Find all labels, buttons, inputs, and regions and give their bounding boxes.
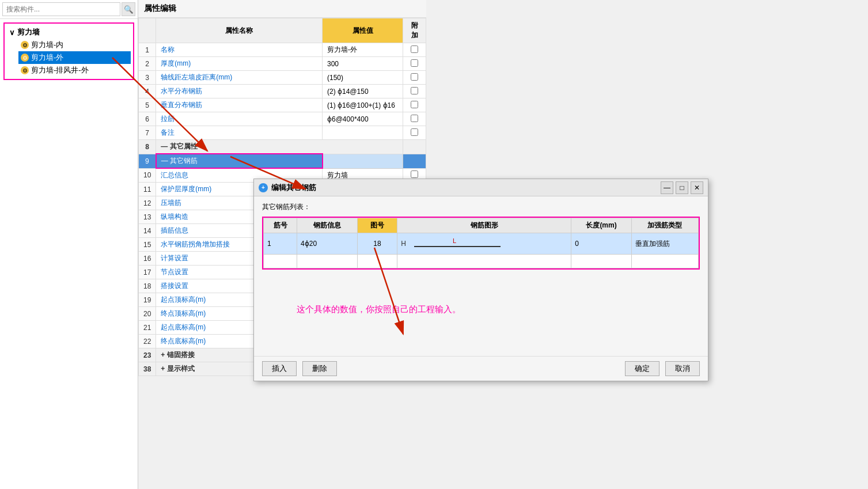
tree-collapse-arrow[interactable]: ∨ xyxy=(9,28,15,37)
table-row-selected[interactable]: 9 — 其它钢筋 xyxy=(139,154,426,168)
dialog-table-container: 筋号 钢筋信息 图号 钢筋图形 长度(mm) 加强筋类型 1 4ϕ20 18 xyxy=(262,217,700,270)
insert-button[interactable]: 插入 xyxy=(262,361,297,376)
table-row[interactable]: 3 轴线距左墙皮距离(mm) (150) xyxy=(139,71,426,85)
main-panel: 属性编辑 属性名称 属性值 附加 1 名称 剪力墙-外 2 xyxy=(138,0,868,489)
col-length: 长度(mm) xyxy=(571,218,632,233)
checkbox-6[interactable] xyxy=(411,115,418,122)
search-button[interactable]: 🔍 xyxy=(122,2,135,16)
col-tuhao: 图号 xyxy=(357,218,397,233)
col-propname: 属性名称 xyxy=(156,18,323,43)
dialog-titlebar: + 编辑其它钢筋 — □ ✕ xyxy=(254,179,708,196)
table-row[interactable]: 5 垂直分布钢筋 (1) ϕ16@100+(1) ϕ16 xyxy=(139,98,426,112)
dialog-close-button[interactable]: ✕ xyxy=(691,181,703,194)
tree-item-label-inner: 剪力墙-内 xyxy=(31,40,63,50)
search-bar: 🔍 xyxy=(0,0,138,19)
dialog-footer-right: 确定 取消 xyxy=(625,361,700,376)
checkbox-5[interactable] xyxy=(411,101,418,108)
tree-container: ∨ 剪力墙 ⚙ 剪力墙-内 ⚙ 剪力墙-外 ⚙ 剪力墙-排风井-外 xyxy=(3,22,134,80)
table-row-empty xyxy=(264,255,699,268)
table-row[interactable]: 1 4ϕ20 18 H L xyxy=(264,233,699,255)
checkbox-2[interactable] xyxy=(411,59,418,67)
search-input[interactable] xyxy=(2,2,120,16)
tree-item-label-outer: 剪力墙-外 xyxy=(31,52,63,63)
table-row[interactable]: 1 名称 剪力墙-外 xyxy=(139,43,426,57)
checkbox-4[interactable] xyxy=(411,87,418,94)
dialog-title-left: + 编辑其它钢筋 xyxy=(259,183,316,193)
col-jinhao: 筋号 xyxy=(264,218,297,233)
dialog-footer-left: 插入 删除 xyxy=(262,361,337,376)
dialog-controls: — □ ✕ xyxy=(661,181,703,194)
dialog-body: 其它钢筋列表： 筋号 钢筋信息 图号 钢筋图形 长度(mm) 加强筋类型 xyxy=(254,196,708,356)
rebar-shape-svg: L xyxy=(408,235,512,252)
dialog-rebar-table: 筋号 钢筋信息 图号 钢筋图形 长度(mm) 加强筋类型 1 4ϕ20 18 xyxy=(263,218,699,268)
table-row[interactable]: 2 厚度(mm) 300 xyxy=(139,57,426,71)
checkbox-3[interactable] xyxy=(411,73,418,81)
col-shape: 钢筋图形 xyxy=(397,218,571,233)
annotation-area: 这个具体的数值，你按照自己的工程输入。 xyxy=(262,275,700,350)
svg-text:L: L xyxy=(453,237,456,244)
dialog-maximize-button[interactable]: □ xyxy=(676,181,688,194)
dialog-subtitle: 其它钢筋列表： xyxy=(262,202,700,212)
gear-icon-outer: ⚙ xyxy=(21,54,29,62)
tree-root-label: 剪力墙 xyxy=(17,27,40,37)
col-attach: 附加 xyxy=(403,18,426,43)
tree-item-label-vent: 剪力墙-排风井-外 xyxy=(31,65,89,75)
checkbox-1[interactable] xyxy=(411,46,418,53)
dialog-title-text: 编辑其它钢筋 xyxy=(271,183,316,193)
tree-item-outer[interactable]: ⚙ 剪力墙-外 xyxy=(18,51,131,64)
shape-h-label: H xyxy=(401,240,406,248)
table-row[interactable]: 4 水平分布钢筋 (2) ϕ14@150 xyxy=(139,85,426,98)
col-propvalue: 属性值 xyxy=(323,18,403,43)
props-title: 属性编辑 xyxy=(138,0,426,18)
checkbox-7[interactable] xyxy=(411,128,418,136)
left-panel: 🔍 ∨ 剪力墙 ⚙ 剪力墙-内 ⚙ 剪力墙-外 ⚙ 剪力墙-排风井-外 xyxy=(0,0,138,489)
col-type: 加强筋类型 xyxy=(631,218,698,233)
gear-icon-vent: ⚙ xyxy=(21,66,29,74)
dialog-footer: 插入 删除 确定 取消 xyxy=(254,356,708,381)
cancel-button[interactable]: 取消 xyxy=(665,361,700,376)
table-row[interactable]: 7 备注 xyxy=(139,126,426,140)
ok-button[interactable]: 确定 xyxy=(625,361,659,376)
gear-icon-inner: ⚙ xyxy=(21,41,29,49)
dialog-minimize-button[interactable]: — xyxy=(661,181,673,194)
delete-button[interactable]: 删除 xyxy=(302,361,337,376)
table-row[interactable]: 6 拉筋 ϕ6@400*400 xyxy=(139,112,426,126)
dialog-edit-rebar: + 编辑其它钢筋 — □ ✕ 其它钢筋列表： 筋号 钢筋信息 图号 xyxy=(253,179,708,381)
annotation-text: 这个具体的数值，你按照自己的工程输入。 xyxy=(297,304,461,315)
tree-root-item[interactable]: ∨ 剪力墙 xyxy=(7,26,131,39)
col-num xyxy=(139,18,156,43)
table-row-group: 8 — 其它属性 xyxy=(139,140,426,154)
tree-item-vent[interactable]: ⚙ 剪力墙-排风井-外 xyxy=(18,64,131,77)
dialog-icon: + xyxy=(259,183,268,192)
tree-children: ⚙ 剪力墙-内 ⚙ 剪力墙-外 ⚙ 剪力墙-排风井-外 xyxy=(18,39,131,77)
checkbox-10[interactable] xyxy=(411,170,418,178)
col-gangjin: 钢筋信息 xyxy=(297,218,358,233)
rebar-shape-container: H L xyxy=(401,235,567,252)
tree-item-inner[interactable]: ⚙ 剪力墙-内 xyxy=(18,39,131,51)
